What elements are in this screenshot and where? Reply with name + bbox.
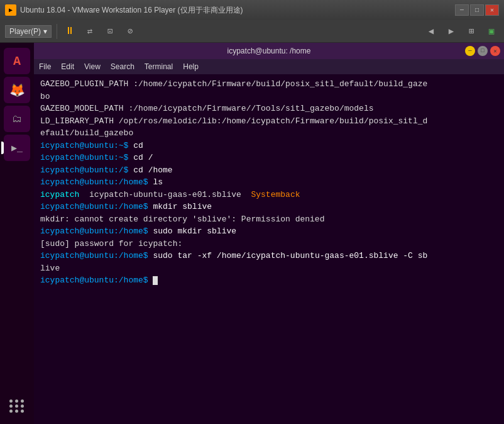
- toolbar-right-icon-1[interactable]: ◀: [424, 24, 439, 39]
- line-2: bo: [40, 91, 498, 103]
- terminal-cursor: [153, 276, 158, 285]
- app-grid-button[interactable]: [4, 393, 30, 419]
- line-13: icypatch@ubuntu:/home$ sudo mkdir sblive: [40, 225, 498, 238]
- minimize-button[interactable]: ─: [455, 4, 469, 16]
- line-16: live: [40, 262, 498, 275]
- maximize-button[interactable]: □: [470, 4, 484, 16]
- line-12: mkdir: cannot create directory 'sblive':…: [40, 213, 498, 226]
- main-area: icypatch@ubuntu: /home ─ □ ✕ File Edit V…: [34, 43, 504, 424]
- line-7: icypatch@ubuntu:~$ cd /: [40, 152, 498, 164]
- vmware-logo-icon: ▶: [5, 4, 16, 16]
- toolbar-icon-2[interactable]: ⊡: [102, 24, 118, 39]
- toolbar-network-icon[interactable]: ⊞: [464, 24, 479, 39]
- line-10: icypatch icypatch-ubuntu-gaas-e01.sblive…: [40, 189, 498, 201]
- menu-terminal[interactable]: Terminal: [145, 62, 173, 71]
- line-5: efault/build_gazebo: [40, 127, 498, 140]
- player-arrow-icon: ▾: [43, 27, 47, 36]
- taskbar-item-firefox[interactable]: 🦊: [4, 77, 30, 103]
- terminal-menubar: File Edit View Search Terminal Help: [34, 59, 504, 74]
- dot: [9, 410, 13, 413]
- dot: [21, 410, 24, 413]
- line-3: GAZEBO_MODEL_PATH :/home/icypatch/Firmwa…: [40, 103, 498, 115]
- terminal-content[interactable]: GAZEBO_PLUGIN_PATH :/home/icypatch/Firmw…: [34, 74, 504, 338]
- vmware-titlebar: ▶ Ubuntu 18.04 - VMware Workstation 16 P…: [0, 0, 504, 20]
- dot: [9, 399, 13, 403]
- taskbar-item-files[interactable]: 🗂: [4, 106, 30, 132]
- toolbar-icon-3[interactable]: ⊘: [123, 24, 138, 39]
- line-4: LD_LIBRARY_PATH /opt/ros/melodic/lib:/ho…: [40, 115, 498, 128]
- taskbar: A 🦊 🗂 ▶_: [0, 43, 34, 424]
- terminal-close-button[interactable]: ✕: [490, 46, 500, 56]
- toolbar-icon-1[interactable]: ⇄: [82, 24, 97, 39]
- terminal-minimize-button[interactable]: ─: [465, 46, 475, 56]
- software-icon: A: [13, 54, 21, 69]
- terminal-window-controls: ─ □ ✕: [465, 46, 500, 56]
- menu-file[interactable]: File: [39, 62, 51, 71]
- menu-search[interactable]: Search: [111, 62, 134, 71]
- menu-view[interactable]: View: [84, 62, 101, 71]
- line-8: icypatch@ubuntu:/$ cd /home: [40, 164, 498, 177]
- dot: [15, 410, 18, 413]
- player-menu[interactable]: Player(P) ▾: [5, 25, 52, 38]
- line-14: [sudo] password for icypatch:: [40, 238, 498, 250]
- dot: [15, 399, 18, 403]
- pause-button[interactable]: ⏸: [62, 24, 77, 39]
- line-1: GAZEBO_PLUGIN_PATH :/home/icypatch/Firmw…: [40, 78, 498, 91]
- terminal-window-title: icypatch@ubuntu: /home: [227, 47, 311, 55]
- line-11: icypatch@ubuntu:/home$ mkdir sblive: [40, 201, 498, 213]
- toolbar-right-icon-2[interactable]: ▶: [444, 24, 459, 39]
- terminal-taskbar-icon: ▶_: [11, 142, 23, 154]
- files-icon: 🗂: [12, 113, 22, 125]
- taskbar-item-terminal[interactable]: ▶_: [4, 135, 30, 161]
- line-17: icypatch@ubuntu:/home$: [40, 274, 498, 287]
- dot: [21, 399, 24, 403]
- line-9: icypatch@ubuntu:/home$ ls: [40, 176, 498, 189]
- terminal-maximize-button[interactable]: □: [478, 46, 488, 56]
- line-15: icypatch@ubuntu:/home$ sudo tar -xf /hom…: [40, 250, 498, 262]
- firefox-icon: 🦊: [9, 82, 25, 98]
- toolbar-settings-icon[interactable]: ▣: [484, 24, 499, 39]
- dot: [15, 404, 18, 408]
- player-label: Player(P): [9, 27, 41, 36]
- menu-help[interactable]: Help: [183, 62, 199, 71]
- close-button[interactable]: ✕: [485, 4, 499, 16]
- taskbar-item-software[interactable]: A: [4, 48, 30, 74]
- menu-edit[interactable]: Edit: [61, 62, 74, 71]
- toolbar-separator: [57, 24, 57, 39]
- dot: [21, 404, 24, 408]
- dot: [9, 404, 13, 408]
- window-controls: ─ □ ✕: [455, 4, 499, 16]
- vmware-title: Ubuntu 18.04 - VMware Workstation 16 Pla…: [20, 5, 451, 16]
- line-6: icypatch@ubuntu:~$ cd: [40, 140, 498, 152]
- terminal-titlebar: icypatch@ubuntu: /home ─ □ ✕: [34, 43, 504, 59]
- dots-grid-icon: [9, 399, 25, 413]
- vmware-toolbar: Player(P) ▾ ⏸ ⇄ ⊡ ⊘ ◀ ▶ ⊞ ▣: [0, 20, 504, 43]
